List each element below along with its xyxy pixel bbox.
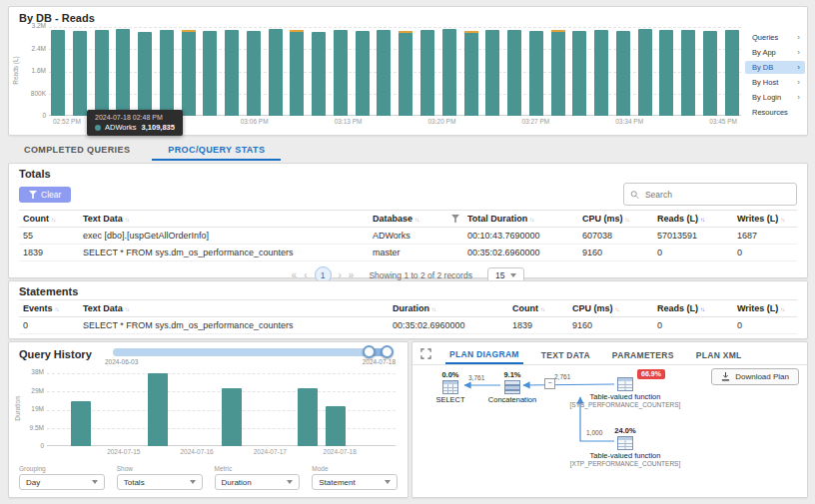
db-reads-bar[interactable] — [160, 30, 174, 116]
db-reads-bar[interactable] — [420, 30, 434, 116]
sort-icon[interactable] — [780, 306, 784, 312]
query-history-bar[interactable] — [326, 406, 346, 446]
db-reads-bar[interactable] — [464, 31, 478, 116]
grouping-select[interactable]: Day — [19, 474, 105, 490]
sort-icon[interactable] — [615, 306, 619, 312]
col-reads[interactable]: Reads (L) — [653, 211, 733, 228]
col-duration[interactable]: Duration — [389, 300, 508, 317]
pagination-first-button[interactable] — [292, 270, 298, 280]
db-reads-bar[interactable] — [485, 30, 499, 116]
col-database[interactable]: Database — [369, 211, 463, 228]
table-row[interactable]: 55 exec [dbo].[uspGetAllOrderInfo] ADWor… — [19, 228, 797, 245]
col-writes[interactable]: Writes (L) — [733, 211, 797, 228]
expand-icon[interactable] — [420, 348, 431, 359]
query-history-bar[interactable] — [71, 401, 91, 446]
db-reads-bar[interactable] — [290, 30, 304, 116]
db-reads-bar[interactable] — [203, 31, 217, 116]
slider-handle-end[interactable] — [381, 345, 394, 358]
db-reads-bar[interactable] — [247, 31, 261, 116]
col-total-duration[interactable]: Total Duration — [463, 211, 578, 228]
col-events[interactable]: Events — [19, 300, 79, 317]
db-reads-bar[interactable] — [551, 30, 565, 116]
db-reads-bar[interactable] — [182, 30, 196, 116]
sort-icon[interactable] — [55, 306, 59, 312]
db-reads-bar[interactable] — [51, 30, 65, 116]
query-history-bar[interactable] — [298, 388, 318, 446]
pagination-next-button[interactable] — [339, 270, 342, 280]
tab-proc-query-stats[interactable]: PROC/QUERY STATS — [152, 140, 281, 161]
date-range-slider[interactable] — [113, 348, 392, 356]
db-reads-bar[interactable] — [638, 29, 652, 116]
plan-node-tvf-sys[interactable]: 66.9% Table-valued function [SYS_PERFORM… — [564, 366, 686, 408]
db-reads-bar[interactable] — [356, 31, 370, 116]
col-cpu[interactable]: CPU (ms) — [578, 211, 653, 228]
tab-completed-queries[interactable]: COMPLETED QUERIES — [8, 140, 146, 161]
sort-icon[interactable] — [529, 217, 533, 223]
sort-icon-active[interactable] — [700, 306, 704, 312]
db-reads-bar[interactable] — [572, 31, 586, 116]
col-writes[interactable]: Writes (L) — [733, 300, 797, 317]
db-reads-bar[interactable] — [269, 29, 283, 116]
sort-icon[interactable] — [125, 217, 129, 223]
menu-item-by-host[interactable]: By Host — [745, 76, 805, 89]
download-plan-button[interactable]: Download Plan — [711, 368, 799, 385]
db-reads-bar[interactable] — [334, 30, 348, 116]
sort-icon[interactable] — [431, 306, 435, 312]
sort-icon[interactable] — [51, 217, 55, 223]
tab-plan-xml[interactable]: PLAN XML — [692, 344, 746, 363]
db-reads-bar[interactable] — [442, 29, 456, 116]
db-reads-bar[interactable] — [659, 30, 673, 116]
sort-icon[interactable] — [125, 306, 129, 312]
db-reads-bar[interactable] — [312, 32, 326, 116]
col-cpu[interactable]: CPU (ms) — [568, 300, 653, 317]
collapse-node-toggle[interactable]: − — [544, 378, 555, 389]
mode-select[interactable]: Statement — [312, 474, 398, 490]
menu-item-queries[interactable]: Queries — [745, 31, 805, 44]
clear-filter-button[interactable]: Clear — [19, 187, 71, 203]
metric-select[interactable]: Duration — [215, 474, 301, 490]
slider-track[interactable] — [113, 348, 392, 356]
query-history-bar[interactable] — [148, 373, 168, 446]
tab-parameters[interactable]: PARAMETERS — [608, 344, 678, 363]
menu-item-resources[interactable]: Resources — [745, 106, 805, 119]
sort-icon[interactable] — [414, 217, 418, 223]
menu-item-by-db[interactable]: By DB — [745, 61, 805, 74]
db-reads-bar[interactable] — [116, 29, 130, 116]
db-reads-bar[interactable] — [399, 31, 412, 116]
col-reads[interactable]: Reads (L) — [653, 300, 733, 317]
plan-node-select[interactable]: 0.0% SELECT — [420, 370, 480, 404]
tab-plan-diagram[interactable]: PLAN DIAGRAM — [445, 343, 523, 364]
column-filter-icon[interactable] — [451, 215, 459, 223]
pagination-prev-button[interactable] — [304, 270, 307, 280]
db-reads-bar[interactable] — [95, 30, 109, 116]
sort-icon-active[interactable] — [700, 217, 704, 223]
col-text-data[interactable]: Text Data — [79, 211, 369, 228]
menu-item-by-login[interactable]: By Login — [745, 91, 805, 104]
sort-icon[interactable] — [540, 306, 544, 312]
db-reads-bar[interactable] — [616, 31, 630, 116]
menu-item-by-app[interactable]: By App — [745, 46, 805, 59]
db-reads-bar[interactable] — [594, 30, 608, 116]
db-reads-bar[interactable] — [73, 31, 87, 116]
db-reads-bar[interactable] — [225, 30, 239, 116]
slider-handle-start[interactable] — [363, 345, 376, 358]
db-reads-bar[interactable] — [377, 30, 391, 116]
db-reads-bar[interactable] — [507, 30, 521, 116]
table-row[interactable]: 1839 SELECT * FROM sys.dm_os_performance… — [19, 245, 797, 261]
db-reads-bar[interactable] — [138, 32, 152, 116]
col-count[interactable]: Count — [19, 211, 79, 228]
table-row[interactable]: 0 SELECT * FROM sys.dm_os_performance_co… — [19, 317, 797, 334]
plan-node-concatenation[interactable]: 9.1% Concatenation — [482, 370, 542, 404]
query-history-bar[interactable] — [222, 388, 242, 446]
plan-node-tvf-xtp[interactable]: 24.0% Table-valued function [XTP_PERFORM… — [564, 426, 686, 467]
pagination-last-button[interactable] — [349, 270, 355, 280]
sort-icon[interactable] — [780, 217, 784, 223]
sort-icon[interactable] — [625, 217, 629, 223]
tab-text-data[interactable]: TEXT DATA — [537, 344, 594, 363]
col-count[interactable]: Count — [508, 300, 568, 317]
col-text-data[interactable]: Text Data — [79, 300, 389, 317]
show-select[interactable]: Totals — [117, 474, 203, 490]
db-reads-bar[interactable] — [703, 31, 717, 116]
db-reads-bar[interactable] — [725, 30, 739, 116]
search-input[interactable] — [643, 189, 790, 201]
